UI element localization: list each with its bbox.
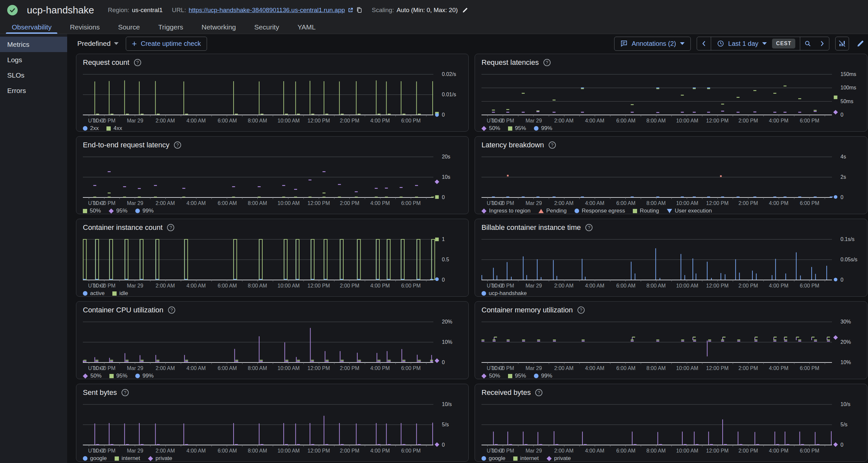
sidebar-item-logs[interactable]: Logs — [0, 52, 67, 67]
chart-title: Billable container instance time — [482, 223, 581, 232]
edit-scaling-button[interactable] — [461, 6, 470, 15]
help-icon[interactable]: ? — [549, 141, 556, 148]
chart-legend: ucp-handshake — [482, 289, 861, 297]
legend-item-google[interactable]: google — [482, 455, 505, 462]
legend-item-routing[interactable]: Routing — [633, 208, 659, 214]
x-axis-label: 8:00 AM — [248, 448, 267, 454]
tab-revisions[interactable]: Revisions — [61, 20, 109, 34]
zoom-search-button[interactable] — [800, 37, 815, 50]
legend-label: Routing — [640, 208, 659, 214]
help-icon[interactable]: ? — [168, 306, 175, 314]
x-axis-label: 6:00 PM — [401, 448, 421, 454]
legend-item-50[interactable]: 50% — [83, 208, 101, 214]
chart-title: Container memory utilization — [482, 306, 573, 315]
legend-item-95[interactable]: 95% — [109, 208, 127, 214]
legend-label: 50% — [90, 208, 101, 214]
svg-text:0: 0 — [442, 277, 445, 283]
legend-item-95[interactable]: 95% — [110, 373, 127, 379]
tab-security[interactable]: Security — [245, 20, 288, 34]
help-icon[interactable]: ? — [134, 59, 141, 66]
x-axis-label: 2:00 PM — [340, 118, 359, 124]
legend-item-2xx[interactable]: 2xx — [83, 125, 99, 132]
timezone-badge[interactable]: CEST — [772, 39, 795, 48]
x-axis-label: 10:00 AM — [676, 118, 698, 124]
legend-item-active[interactable]: active — [83, 290, 104, 297]
x-axis-label: 10:00 PM — [492, 365, 514, 371]
legend-label: 99% — [143, 208, 154, 214]
x-axis-label: 10:00 PM — [93, 365, 115, 371]
legend-item-private[interactable]: private — [148, 455, 172, 462]
chart-stats-toggle[interactable] — [835, 37, 849, 51]
time-back-button[interactable] — [697, 37, 711, 50]
x-axis-label: Mar 29 — [526, 283, 542, 289]
legend-item-95[interactable]: 95% — [508, 125, 526, 132]
x-axis-label: 12:00 PM — [308, 365, 330, 371]
legend-item-private[interactable]: private — [547, 455, 571, 462]
help-icon[interactable]: ? — [167, 224, 174, 231]
legend-item-internet[interactable]: internet — [115, 455, 140, 462]
tab-source[interactable]: Source — [109, 20, 149, 34]
x-axis-label: 4:00 AM — [186, 365, 206, 371]
legend-item-99[interactable]: 99% — [135, 208, 154, 214]
x-axis-label: Mar 29 — [127, 283, 144, 289]
legend-item-99[interactable]: 99% — [135, 373, 154, 379]
help-icon[interactable]: ? — [174, 141, 181, 148]
legend-item-pending[interactable]: Pending — [538, 208, 567, 214]
legend-item-99[interactable]: 99% — [534, 373, 552, 379]
legend-item-4xx[interactable]: 4xx — [106, 125, 122, 132]
gridlines: 0.02/s0.01/s0 — [83, 71, 456, 118]
legend-item-50[interactable]: 50% — [482, 373, 500, 379]
time-range-label: Last 1 day — [728, 40, 758, 47]
predefined-dropdown[interactable]: Predefined — [76, 38, 120, 49]
help-icon[interactable]: ? — [122, 389, 129, 396]
create-uptime-check-button[interactable]: + Create uptime check — [126, 37, 207, 51]
chart-plot-area: 4s2s0 — [482, 150, 861, 200]
legend-item-google[interactable]: google — [83, 455, 107, 462]
legend-item-internet[interactable]: internet — [513, 455, 539, 462]
diamond-marker-icon — [546, 456, 552, 461]
legend-item-ucp-handshake[interactable]: ucp-handshake — [482, 290, 527, 297]
external-link-icon[interactable] — [347, 7, 353, 13]
circle-marker-icon — [482, 291, 486, 296]
current-value-markers — [833, 96, 838, 114]
x-axis-label: 2:00 PM — [340, 448, 359, 454]
legend-item-idle[interactable]: idle — [112, 290, 128, 297]
copy-url-icon[interactable] — [356, 7, 363, 13]
help-icon[interactable]: ? — [578, 306, 585, 314]
help-icon[interactable]: ? — [544, 59, 551, 66]
x-axis-label: Mar 29 — [127, 200, 144, 206]
service-url-link[interactable]: https://ucp-handshake-38408901136.us-cen… — [189, 6, 345, 14]
sidebar-item-metrics[interactable]: Metrics — [0, 37, 67, 52]
sidebar-item-errors[interactable]: Errors — [0, 83, 67, 98]
legend-item-50[interactable]: 50% — [83, 373, 101, 379]
tab-observability[interactable]: Observability — [3, 20, 61, 34]
diamond-marker-icon — [482, 373, 487, 378]
tab-networking[interactable]: Networking — [192, 20, 245, 34]
legend-item-50[interactable]: 50% — [482, 125, 500, 132]
sidebar-item-slos[interactable]: SLOs — [0, 67, 67, 83]
legend-label: 95% — [116, 373, 127, 379]
time-range-dropdown[interactable]: Last 1 day — [716, 39, 768, 49]
tab-yaml[interactable]: YAML — [288, 20, 325, 34]
x-axis-label: 6:00 PM — [401, 118, 421, 124]
legend-item-95[interactable]: 95% — [508, 373, 526, 379]
chart-card-container-instance-count: Container instance count?10.50UTC+210:00… — [76, 219, 469, 297]
legend-item-user-execution[interactable]: User execution — [667, 208, 712, 214]
legend-item-99[interactable]: 99% — [534, 125, 552, 132]
tab-triggers[interactable]: Triggers — [149, 20, 192, 34]
chart-plot-area: 20s10s0 — [83, 150, 462, 200]
help-icon[interactable]: ? — [535, 389, 542, 396]
legend-label: google — [90, 455, 107, 462]
x-axis-label: 6:00 AM — [217, 365, 237, 371]
annotations-dropdown[interactable]: Annotations (2) — [614, 37, 691, 51]
pencil-icon — [856, 39, 865, 48]
help-icon[interactable]: ? — [585, 224, 592, 231]
legend-item-ingress-to-region[interactable]: Ingress to region — [482, 208, 531, 214]
charts-grid: Request count?0.02/s0.01/s0UTC+210:00 PM… — [76, 54, 867, 462]
svg-text:1: 1 — [442, 236, 445, 242]
legend-item-response-egress[interactable]: Response egress — [575, 208, 625, 214]
edit-dashboard-button[interactable] — [855, 38, 866, 49]
x-axis-label: 8:00 AM — [647, 118, 666, 124]
time-forward-button[interactable] — [815, 37, 829, 50]
circle-marker-icon — [482, 456, 486, 461]
